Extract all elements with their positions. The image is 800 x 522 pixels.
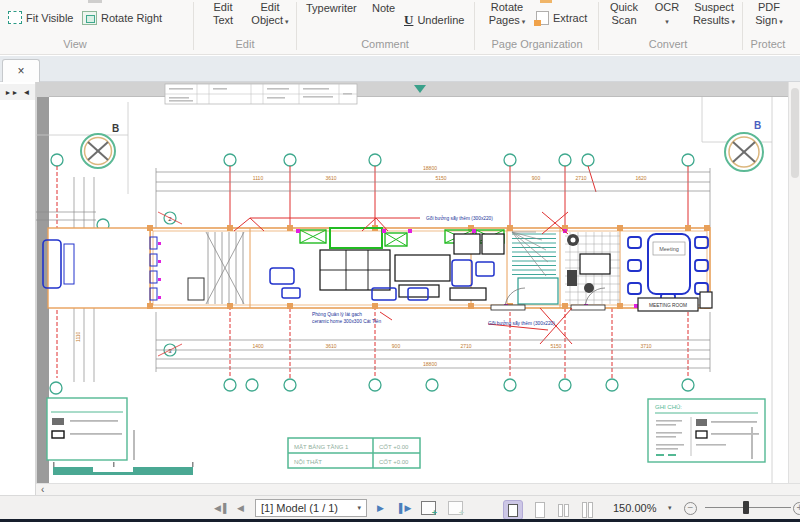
pdf-sign-line1: PDF xyxy=(758,1,780,13)
edit-text-button[interactable]: Edit Text xyxy=(203,1,243,27)
rotate-right-button[interactable]: Rotate Right xyxy=(82,11,162,25)
dropdown-caret: ▾ xyxy=(665,18,669,25)
document-viewport[interactable]: B B xyxy=(36,82,788,483)
svg-text:18800: 18800 xyxy=(423,165,437,171)
zoom-level-caret[interactable]: ▾ xyxy=(668,496,672,520)
underline-button[interactable]: U Underline xyxy=(404,12,464,28)
suspect-results-line1: Suspect xyxy=(694,1,734,13)
group-label-view: View xyxy=(30,38,120,50)
dropdown-caret: ▾ xyxy=(283,18,288,25)
edit-object-line2: Object xyxy=(251,14,283,26)
svg-text:1620: 1620 xyxy=(635,175,646,181)
dropdown-caret: ▾ xyxy=(777,18,782,25)
vertical-scrollbar-thumb[interactable] xyxy=(791,88,799,178)
cad-floor-plan-page: B B xyxy=(36,82,788,483)
horizontal-scrollbar[interactable]: ‹ xyxy=(36,483,800,495)
pdf-editor-window: Fit Visible Rotate Right View Edit Text … xyxy=(0,0,800,522)
zoom-slider-handle[interactable] xyxy=(743,501,749,514)
cut-icon-fragment xyxy=(88,0,102,3)
last-page-button[interactable]: ▌▶ xyxy=(399,496,410,520)
title-block-table xyxy=(165,84,357,104)
pdf-sign-button[interactable]: PDF Sign ▾ xyxy=(747,1,791,28)
expand-pane-icon[interactable]: ►► xyxy=(5,89,19,96)
edit-object-line1: Edit xyxy=(261,1,280,13)
fit-visible-icon xyxy=(8,11,22,24)
rotate-pages-button[interactable]: Rotate Pages ▾ xyxy=(483,1,531,28)
rotate-right-icon xyxy=(82,11,97,25)
svg-text:900: 900 xyxy=(532,175,541,181)
scroll-left-icon[interactable]: ‹ xyxy=(36,485,44,495)
vertical-scrollbar[interactable] xyxy=(788,82,800,483)
extract-button[interactable]: Extract xyxy=(536,11,587,25)
continuous-page-icon xyxy=(535,502,545,518)
quick-scan-button[interactable]: Quick Scan xyxy=(604,1,644,27)
document-tab-bar: × xyxy=(0,56,800,82)
svg-text:CỐT +0.00: CỐT +0.00 xyxy=(379,444,409,450)
edit-object-button[interactable]: Edit Object ▾ xyxy=(246,1,294,28)
zoom-out-button[interactable]: − xyxy=(684,496,697,520)
fit-visible-label: Fit Visible xyxy=(26,12,73,24)
document-tab[interactable]: × xyxy=(2,59,40,82)
group-label-page-organization: Page Organization xyxy=(476,38,598,50)
svg-text:B: B xyxy=(754,120,761,131)
previous-page-button[interactable]: ◀ xyxy=(237,496,243,520)
svg-text:2710: 2710 xyxy=(460,343,471,349)
first-page-button[interactable]: ◀▐ xyxy=(214,496,225,520)
insert-pages-icon xyxy=(421,501,436,515)
insert-pages-disabled-button[interactable] xyxy=(448,501,463,515)
annotation-top: Gối bưởng sấy thêm (300x220) xyxy=(426,215,493,221)
ribbon-divider xyxy=(193,2,194,50)
svg-text:3610: 3610 xyxy=(325,343,336,349)
tab-close-icon[interactable]: × xyxy=(17,64,24,78)
suspect-results-button[interactable]: Suspect Results ▾ xyxy=(688,1,740,28)
page-selector-dropdown[interactable]: [1] Model (1 / 1) ▾ xyxy=(255,499,367,517)
notes-box: GHI CHÚ: xyxy=(648,399,765,462)
svg-text:3610: 3610 xyxy=(325,175,336,181)
rotate-pages-line1: Rotate xyxy=(491,1,523,13)
dropdown-caret: ▾ xyxy=(730,18,735,25)
zoom-level-value[interactable]: 150.00% xyxy=(613,496,656,520)
svg-text:B: B xyxy=(112,123,119,134)
svg-text:1110: 1110 xyxy=(75,331,81,342)
insert-pages-button[interactable] xyxy=(421,501,436,515)
continuous-facing-icon xyxy=(582,502,593,518)
edit-text-line1: Edit xyxy=(214,1,233,13)
status-bar: ◀▐ ◀ [1] Model (1 / 1) ▾ ▶ ▌▶ 150.00% ▾ … xyxy=(0,495,800,519)
dropdown-caret: ▾ xyxy=(357,504,361,512)
note-button[interactable]: Note xyxy=(372,2,395,14)
note-label: Note xyxy=(372,2,395,14)
extract-icon xyxy=(536,11,549,25)
group-label-comment: Comment xyxy=(340,38,430,50)
legend-box xyxy=(47,398,135,460)
cut-icon-fragment xyxy=(540,0,552,3)
underline-icon: U xyxy=(404,12,413,28)
svg-text:1110: 1110 xyxy=(253,175,264,181)
svg-text:NỘI THẤT: NỘI THẤT xyxy=(294,459,322,465)
room-note-line2: ceramic home 300x300 Cát Tiên xyxy=(312,319,381,324)
ribbon-toolbar: Fit Visible Rotate Right View Edit Text … xyxy=(0,0,800,55)
ocr-button[interactable]: OCR ▾ xyxy=(651,1,683,28)
collapse-pane-icon[interactable]: ◄ xyxy=(22,88,30,97)
zoom-in-button[interactable]: + xyxy=(793,496,800,520)
navigation-pane-collapsed: ►► ◄ xyxy=(0,82,36,495)
svg-text:1400: 1400 xyxy=(252,343,263,349)
plan-title-table: MẶT BẰNG TẦNG 1 CỐT +0.00 NỘI THẤT CỐT +… xyxy=(288,438,420,468)
svg-text:5150: 5150 xyxy=(435,175,446,181)
svg-text:900: 900 xyxy=(392,343,401,349)
quick-scan-line2: Scan xyxy=(611,14,636,26)
annotation-bottom: Gối bưởng sấy thêm (300x220) xyxy=(488,320,555,326)
zoom-in-icon: + xyxy=(793,502,800,515)
svg-text:Meeting: Meeting xyxy=(659,246,679,252)
svg-text:2710: 2710 xyxy=(575,175,586,181)
group-label-protect: Protect xyxy=(736,38,800,50)
room-note-line1: Phòng Quản lý lát gạch xyxy=(312,312,362,317)
fit-visible-button[interactable]: Fit Visible xyxy=(8,11,73,24)
zoom-out-icon: − xyxy=(684,502,697,515)
single-page-icon xyxy=(508,504,518,517)
ribbon-divider xyxy=(296,2,297,50)
next-page-button[interactable]: ▶ xyxy=(377,496,383,520)
quick-scan-line1: Quick xyxy=(610,1,638,13)
svg-text:MEETING ROOM: MEETING ROOM xyxy=(649,303,687,308)
typewriter-button[interactable]: Typewriter xyxy=(306,2,357,14)
underline-label: Underline xyxy=(417,14,464,26)
